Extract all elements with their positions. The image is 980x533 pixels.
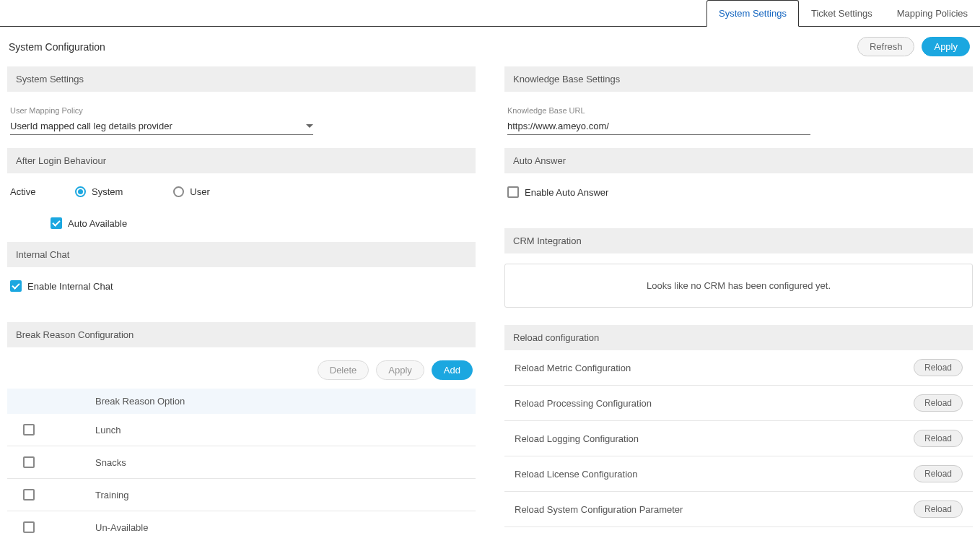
tab-ticket-settings[interactable]: Ticket Settings xyxy=(799,0,885,27)
table-row: Training xyxy=(7,479,476,511)
break-row-label: Lunch xyxy=(95,425,121,436)
reload-row: Reload License Configuration Reload xyxy=(504,456,973,492)
break-row-checkbox[interactable] xyxy=(23,521,35,533)
reload-row-label: Reload Logging Configuration xyxy=(515,433,639,444)
enable-internal-chat-label: Enable Internal Chat xyxy=(27,281,113,292)
radio-user[interactable] xyxy=(173,186,184,197)
radio-system[interactable] xyxy=(75,186,86,197)
active-label: Active xyxy=(10,186,46,197)
reload-row-label: Reload System Configuration Parameter xyxy=(515,504,683,515)
break-add-button[interactable]: Add xyxy=(432,360,473,380)
break-delete-button[interactable]: Delete xyxy=(318,360,369,380)
reload-row-label: Reload Metric Configuration xyxy=(515,363,631,373)
toolbar: System Configuration Refresh Apply xyxy=(0,27,980,61)
reload-button[interactable]: Reload xyxy=(914,500,963,518)
crm-empty-message: Looks like no CRM has been configured ye… xyxy=(504,264,973,308)
page-title: System Configuration xyxy=(9,41,105,53)
chevron-down-icon xyxy=(306,124,313,128)
section-break-reason: Break Reason Configuration xyxy=(7,322,476,347)
section-kb-settings: Knowledge Base Settings xyxy=(504,66,973,92)
section-auto-answer: Auto Answer xyxy=(504,148,973,173)
apply-button[interactable]: Apply xyxy=(922,37,970,56)
refresh-button[interactable]: Refresh xyxy=(857,37,915,56)
reload-row-label: Reload License Configuration xyxy=(515,469,638,480)
reload-button[interactable]: Reload xyxy=(914,430,963,447)
table-row: Un-Available xyxy=(7,511,476,533)
left-column: System Settings User Mapping Policy User… xyxy=(7,64,476,533)
section-internal-chat: Internal Chat xyxy=(7,242,476,267)
break-row-label: Training xyxy=(95,490,128,500)
enable-auto-answer-checkbox[interactable] xyxy=(507,186,519,198)
top-tabs: System Settings Ticket Settings Mapping … xyxy=(0,0,980,27)
user-mapping-select[interactable]: UserId mapped call leg details provider xyxy=(10,119,313,135)
reload-row: Reload Metric Configuration Reload xyxy=(504,350,973,386)
section-crm-integration: CRM Integration xyxy=(504,228,973,254)
break-row-checkbox[interactable] xyxy=(23,456,35,468)
section-system-settings: System Settings xyxy=(7,66,476,92)
reload-row: Reload Processing Configuration Reload xyxy=(504,386,973,421)
radio-user-label: User xyxy=(190,186,209,197)
tab-system-settings[interactable]: System Settings xyxy=(706,0,799,27)
break-row-label: Snacks xyxy=(95,457,126,468)
reload-row: Reload System Configuration Parameter Re… xyxy=(504,492,973,527)
break-table-header: Break Reason Option xyxy=(7,389,476,414)
auto-available-label: Auto Available xyxy=(68,218,127,229)
kb-url-input[interactable]: https://www.ameyo.com/ xyxy=(507,119,810,135)
radio-system-label: System xyxy=(92,186,123,197)
reload-button[interactable]: Reload xyxy=(914,394,963,412)
reload-row: Reload Server Preference Store Reload xyxy=(504,527,973,533)
user-mapping-value: UserId mapped call leg details provider xyxy=(10,121,172,131)
break-table-header-label: Break Reason Option xyxy=(95,396,185,407)
section-after-login: After Login Behaviour xyxy=(7,148,476,173)
reload-row-label: Reload Processing Configuration xyxy=(515,398,652,409)
enable-auto-answer-label: Enable Auto Answer xyxy=(525,187,608,198)
table-row: Lunch xyxy=(7,414,476,446)
enable-internal-chat-checkbox[interactable] xyxy=(10,280,22,292)
section-reload-config: Reload configuration xyxy=(504,325,973,350)
break-apply-button[interactable]: Apply xyxy=(376,360,424,380)
reload-button[interactable]: Reload xyxy=(914,465,963,482)
tab-mapping-policies[interactable]: Mapping Policies xyxy=(885,0,980,27)
table-row: Snacks xyxy=(7,446,476,479)
right-column: Knowledge Base Settings Knowledge Base U… xyxy=(504,64,973,533)
user-mapping-label: User Mapping Policy xyxy=(10,106,473,115)
break-row-checkbox[interactable] xyxy=(23,489,35,500)
reload-button[interactable]: Reload xyxy=(914,359,963,376)
kb-url-label: Knowledge Base URL xyxy=(507,106,970,115)
break-row-checkbox[interactable] xyxy=(23,424,35,436)
kb-url-value: https://www.ameyo.com/ xyxy=(507,121,609,131)
break-row-label: Un-Available xyxy=(95,522,148,533)
reload-row: Reload Logging Configuration Reload xyxy=(504,421,973,456)
auto-available-checkbox[interactable] xyxy=(51,217,62,229)
